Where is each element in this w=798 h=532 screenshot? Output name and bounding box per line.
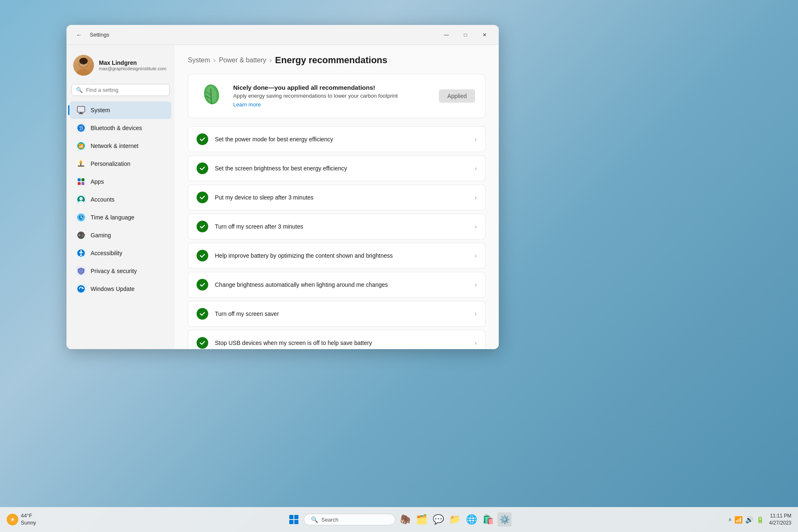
- taskbar-app-1[interactable]: 🗂️: [414, 512, 429, 527]
- window-title-label: Settings: [90, 32, 109, 38]
- check-icon-screensaver: [197, 308, 208, 320]
- accounts-nav-icon: [76, 195, 86, 204]
- svg-point-21: [79, 197, 83, 200]
- sidebar-item-label-update: Windows Update: [91, 286, 135, 292]
- rec-label-screen-off: Turn off my screen after 3 minutes: [215, 223, 475, 230]
- rec-item-brightness[interactable]: Set the screen brightness for best energ…: [188, 155, 485, 181]
- gaming-nav-icon: [76, 231, 86, 240]
- sidebar-item-bluetooth[interactable]: ℬBluetooth & devices: [70, 119, 171, 137]
- sidebar-item-label-gaming: Gaming: [91, 232, 111, 239]
- sidebar-item-label-personalization: Personalization: [91, 160, 131, 167]
- taskbar-app-files[interactable]: 📁: [448, 512, 462, 527]
- taskbar-app-edge[interactable]: 🌐: [464, 512, 478, 527]
- sidebar-item-time[interactable]: Time & language: [70, 209, 171, 226]
- taskbar-app-store[interactable]: 🛍️: [481, 512, 495, 527]
- recommendations-list: Set the power mode for best energy effic…: [188, 126, 485, 349]
- svg-point-30: [82, 234, 84, 236]
- back-button[interactable]: ←: [73, 29, 85, 41]
- sidebar-item-personalization[interactable]: Personalization: [70, 155, 171, 172]
- chevron-right-icon-power-mode: ›: [475, 136, 477, 143]
- learn-more-link[interactable]: Learn more: [233, 101, 261, 108]
- breadcrumb-power[interactable]: Power & battery: [219, 57, 266, 64]
- network-nav-icon: 📶: [76, 141, 86, 150]
- start-button[interactable]: [286, 512, 301, 527]
- taskbar-app-2[interactable]: 💬: [431, 512, 445, 527]
- chevron-right-icon-screensaver: ›: [475, 310, 477, 317]
- breadcrumb-system[interactable]: System: [188, 57, 210, 64]
- rec-item-usb[interactable]: Stop USB devices when my screen is off t…: [188, 330, 485, 349]
- rec-label-battery-opt: Help improve battery by optimizing the c…: [215, 252, 475, 259]
- sidebar-item-gaming[interactable]: Gaming: [70, 227, 171, 244]
- breadcrumb: System › Power & battery › Energy recomm…: [188, 55, 485, 66]
- tray-wifi[interactable]: 📶: [734, 516, 743, 524]
- sidebar-item-accounts[interactable]: Accounts: [70, 191, 171, 208]
- sidebar-item-privacy[interactable]: Privacy & security: [70, 262, 171, 280]
- svg-rect-29: [79, 234, 80, 236]
- tray-battery[interactable]: 🔋: [756, 516, 764, 524]
- weather-desc: Sunny: [21, 520, 36, 527]
- taskbar-search[interactable]: 🔍 Search: [304, 514, 395, 525]
- accessibility-nav-icon: [76, 249, 86, 258]
- tray-chevron[interactable]: ∧: [728, 517, 732, 522]
- title-bar: ← Settings — □ ✕: [66, 25, 499, 45]
- check-icon-screen-off: [197, 221, 208, 232]
- rec-label-sleep: Put my device to sleep after 3 minutes: [215, 194, 475, 201]
- svg-text:ℬ: ℬ: [79, 125, 83, 131]
- sidebar-item-accessibility[interactable]: Accessibility: [70, 244, 171, 262]
- maximize-button[interactable]: □: [456, 28, 475, 42]
- tray-volume[interactable]: 🔊: [745, 516, 754, 524]
- sidebar-item-system[interactable]: System: [70, 101, 171, 119]
- sidebar-item-label-bluetooth: Bluetooth & devices: [91, 125, 142, 131]
- weather-temp: 44°F: [21, 512, 36, 520]
- check-icon-power-mode: [197, 133, 208, 145]
- svg-text:📶: 📶: [78, 143, 84, 149]
- title-bar-controls: — □ ✕: [437, 28, 494, 42]
- applied-button[interactable]: Applied: [439, 89, 475, 103]
- svg-rect-18: [78, 182, 81, 185]
- minimize-button[interactable]: —: [437, 28, 456, 42]
- sidebar: Max Lindgren max@graphicdesigninstitute.…: [66, 45, 175, 349]
- rec-item-sleep[interactable]: Put my device to sleep after 3 minutes ›: [188, 185, 485, 210]
- svg-point-5: [85, 63, 86, 64]
- taskbar: ☀ 44°F Sunny 🔍 Search 🦣 🗂️ 💬 📁 🌐 🛍️ ⚙️ ∧…: [0, 507, 798, 532]
- sidebar-item-apps[interactable]: Apps: [70, 173, 171, 190]
- taskbar-search-icon: 🔍: [311, 516, 318, 523]
- sidebar-item-update[interactable]: Windows Update: [70, 280, 171, 298]
- svg-rect-7: [79, 113, 83, 113]
- search-input[interactable]: [86, 87, 165, 93]
- rec-label-screensaver: Turn off my screen saver: [215, 310, 475, 317]
- rec-item-power-mode[interactable]: Set the power mode for best energy effic…: [188, 126, 485, 152]
- title-bar-left: ← Settings: [73, 29, 109, 41]
- nav-list: SystemℬBluetooth & devices📶Network & int…: [66, 101, 175, 298]
- weather-widget[interactable]: ☀ 44°F Sunny: [7, 512, 36, 527]
- sidebar-item-label-apps: Apps: [91, 178, 104, 185]
- close-button[interactable]: ✕: [475, 28, 494, 42]
- search-container: 🔍: [66, 84, 175, 101]
- sidebar-item-network[interactable]: 📶Network & internet: [70, 137, 171, 155]
- page-title: Energy recommendations: [275, 55, 387, 66]
- taskbar-app-settings[interactable]: ⚙️: [498, 512, 512, 527]
- weather-icon: ☀: [7, 514, 18, 525]
- tray-icons: ∧ 📶 🔊 🔋: [728, 516, 764, 524]
- time-display[interactable]: 11:11 PM 4/27/2023: [769, 512, 791, 527]
- rec-item-screen-off[interactable]: Turn off my screen after 3 minutes ›: [188, 214, 485, 239]
- rec-item-auto-bright[interactable]: Change brightness automatically when lig…: [188, 272, 485, 298]
- settings-window: ← Settings — □ ✕: [66, 25, 499, 349]
- hero-description: Apply energy saving recommendations to l…: [233, 93, 431, 99]
- apps-nav-icon: [76, 177, 86, 186]
- chevron-right-icon-usb: ›: [475, 340, 477, 346]
- sidebar-item-label-privacy: Privacy & security: [91, 268, 137, 274]
- hero-title: Nicely done—you applied all recommendati…: [233, 84, 431, 91]
- check-icon-sleep: [197, 192, 208, 203]
- svg-point-27: [77, 232, 85, 239]
- chevron-right-icon-screen-off: ›: [475, 223, 477, 230]
- sidebar-search[interactable]: 🔍: [71, 84, 170, 96]
- rec-item-screensaver[interactable]: Turn off my screen saver ›: [188, 301, 485, 327]
- rec-item-battery-opt[interactable]: Help improve battery by optimizing the c…: [188, 243, 485, 268]
- taskbar-app-explorer[interactable]: 🦣: [398, 512, 412, 527]
- sidebar-item-label-network: Network & internet: [91, 143, 138, 149]
- user-profile[interactable]: Max Lindgren max@graphicdesigninstitute.…: [66, 50, 175, 84]
- sidebar-item-label-accessibility: Accessibility: [91, 250, 122, 256]
- windows-logo: [289, 515, 298, 524]
- rec-label-usb: Stop USB devices when my screen is off t…: [215, 340, 475, 346]
